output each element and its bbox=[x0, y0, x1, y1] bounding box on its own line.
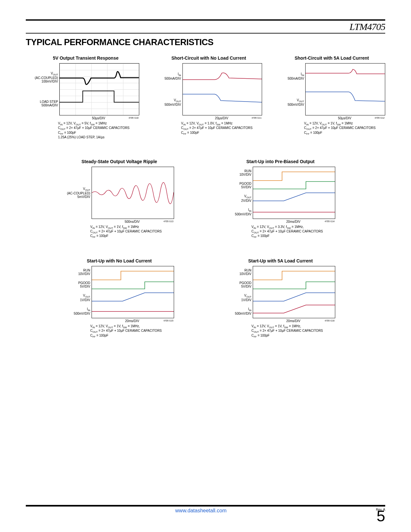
chart-conditions: VIN = 12V, VOUT = 1.0V, fSW = 1MHzCOUT =… bbox=[181, 122, 262, 135]
plot-area bbox=[92, 167, 174, 219]
plot-area bbox=[92, 266, 174, 318]
plot-area bbox=[253, 167, 335, 219]
chart-title: Short-Circuit with 5A Load Current bbox=[278, 55, 385, 61]
chart-conditions: VIN = 12V, VOUT = 5V, fSW = 1MHzCOUT = 2… bbox=[58, 122, 139, 140]
footer-link[interactable]: www.datasheetall.com bbox=[175, 508, 227, 514]
chart-title: Start-Up with No Load Current bbox=[64, 258, 174, 263]
y-axis-label: VOUT(AC-COUPLED)100mV/DIV bbox=[32, 72, 58, 83]
plot-area bbox=[182, 63, 262, 115]
y-labels: VOUT(AC-COUPLED)5mV/DIV bbox=[64, 167, 92, 219]
y-labels: RUN10V/DIVPGOOD5V/DIVVOUT1V/DIVIIN500mV/… bbox=[226, 266, 253, 318]
y-axis-label: RUN10V/DIV bbox=[226, 269, 251, 276]
y-labels: IIN500mA/DIVVOUT500mV/DIV bbox=[155, 63, 182, 115]
part-number: LTM4705 bbox=[26, 21, 385, 32]
chart-conditions: VIN = 12V, VOUT = 1V, fSW = 1MHzCOUT = 2… bbox=[90, 225, 174, 239]
y-labels: VOUT(AC-COUPLED)100mV/DIVLOAD STEP500mA/… bbox=[32, 63, 59, 115]
y-axis-label: PGOOD5V/DIV bbox=[226, 182, 251, 189]
y-axis-label: IIN500mA/DIV bbox=[278, 72, 304, 80]
y-axis-label: VOUT1V/DIV bbox=[226, 294, 251, 302]
chart-title: Start-Up into Pre-Biased Output bbox=[226, 159, 335, 164]
scope-chart: Start-Up with No Load Current RUN10V/DIV… bbox=[64, 258, 174, 338]
scope-chart: Start-Up into Pre-Biased Output RUN10V/D… bbox=[226, 159, 335, 239]
y-axis-label: VOUT500mV/DIV bbox=[155, 98, 181, 106]
chart-title: Steady-State Output Voltage Ripple bbox=[64, 159, 174, 164]
y-axis-label: PGOOD5V/DIV bbox=[64, 281, 90, 288]
page-header: LTM4705 bbox=[26, 19, 385, 34]
y-axis-label: VOUT2V/DIV bbox=[226, 194, 251, 202]
scope-chart: Steady-State Output Voltage Ripple VOUT(… bbox=[64, 159, 174, 239]
y-axis-label: VOUT(AC-COUPLED)5mV/DIV bbox=[64, 187, 90, 199]
page-footer: www.datasheetall.com Rev. A 5 bbox=[26, 505, 385, 522]
chart-title: Short-Circuit with No Load Current bbox=[155, 55, 262, 61]
chart-row-2: Steady-State Output Voltage Ripple VOUT(… bbox=[26, 159, 385, 239]
scope-chart: Start-Up with 5A Load Current RUN10V/DIV… bbox=[226, 258, 335, 338]
chart-conditions: VIN = 12V, VOUT = 1V, fSW = 1MHz,COUT = … bbox=[90, 324, 174, 338]
chart-title: 5V Output Transient Response bbox=[32, 55, 139, 61]
chart-conditions: VIN = 12V, VOUT = 3.3V, fSW = 1MHz,COUT … bbox=[251, 225, 335, 239]
scope-chart: Short-Circuit with No Load Current IIN50… bbox=[155, 55, 262, 140]
plot-area bbox=[59, 63, 139, 115]
y-axis-label: IIN500mA/DIV bbox=[155, 72, 181, 80]
section-title: TYPICAL PERFORMANCE CHARACTERISTICS bbox=[26, 37, 385, 47]
y-axis-label: VOUT1V/DIV bbox=[64, 294, 90, 302]
plot-area bbox=[253, 266, 335, 318]
plot-area bbox=[305, 63, 385, 115]
y-labels: IIN500mA/DIVVOUT500mV/DIV bbox=[278, 63, 305, 115]
y-axis-label: IIN500mV/DIV bbox=[226, 307, 251, 315]
y-labels: RUN10V/DIVPGOOD5V/DIVVOUT1V/DIVIIN500mV/… bbox=[64, 266, 92, 318]
page-number: 5 bbox=[376, 510, 385, 522]
chart-row-3: Start-Up with No Load Current RUN10V/DIV… bbox=[26, 258, 385, 338]
y-axis-label: RUN10V/DIV bbox=[64, 269, 90, 276]
y-axis-label: IIN500mV/DIV bbox=[64, 307, 90, 315]
y-axis-label: VOUT500mV/DIV bbox=[278, 98, 304, 106]
chart-conditions: VIN = 12V, VOUT = 1V, fSW = 1MHz,COUT = … bbox=[251, 324, 335, 338]
scope-chart: Short-Circuit with 5A Load Current IIN50… bbox=[278, 55, 385, 140]
y-axis-label: PGOOD5V/DIV bbox=[226, 281, 251, 288]
y-axis-label: RUN10V/DIV bbox=[226, 169, 251, 176]
scope-chart: 5V Output Transient Response VOUT(AC-COU… bbox=[32, 55, 139, 140]
chart-conditions: VIN = 12V, VOUT = 1V, fSW = 1MHzCOUT = 2… bbox=[304, 122, 385, 135]
y-axis-label: LOAD STEP500mA/DIV bbox=[32, 100, 58, 107]
y-axis-label: IIN500mV/DIV bbox=[226, 208, 251, 216]
chart-title: Start-Up with 5A Load Current bbox=[226, 258, 335, 263]
y-labels: RUN10V/DIVPGOOD5V/DIVVOUT2V/DIVIIN500mV/… bbox=[226, 167, 253, 219]
chart-row-1: 5V Output Transient Response VOUT(AC-COU… bbox=[26, 55, 385, 140]
